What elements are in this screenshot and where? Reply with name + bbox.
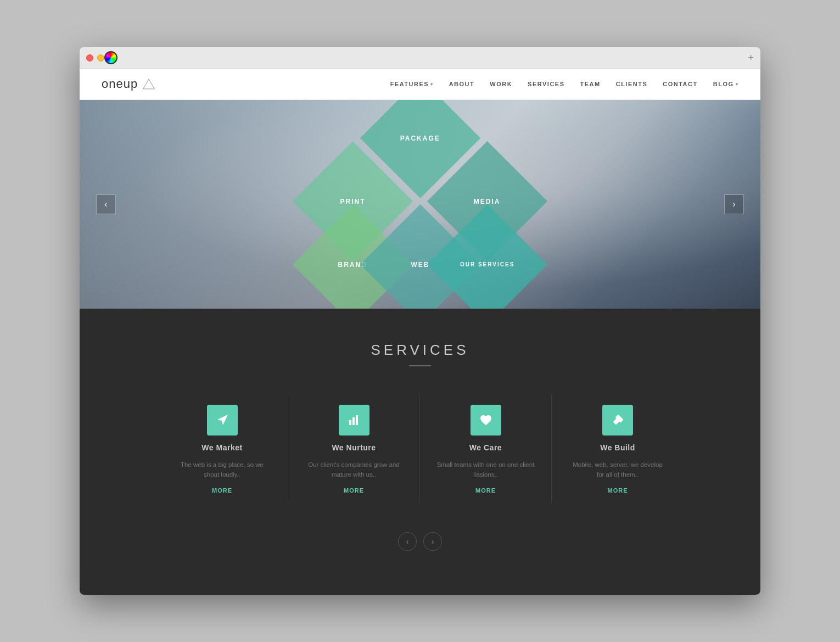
market-name: We Market (201, 443, 242, 452)
slider-prev-button[interactable]: ‹ (96, 194, 116, 214)
svg-rect-3 (356, 415, 358, 425)
build-icon (602, 405, 633, 436)
slider-next-button[interactable]: › (724, 194, 744, 214)
nurture-icon (339, 405, 369, 436)
build-more-link[interactable]: MORE (608, 487, 628, 494)
nav-clients[interactable]: CLIENTS (616, 81, 648, 87)
services-divider (409, 365, 431, 366)
carousel-prev-button[interactable]: ‹ (398, 532, 417, 551)
service-nurture: We Nurture Our client's companies grow a… (288, 394, 420, 505)
new-tab-button[interactable]: + (748, 52, 754, 64)
diamond-our-services-label: OUR SERVICES (460, 261, 514, 267)
build-name: We Build (600, 443, 635, 452)
service-market: We Market The web is a big place, so we … (156, 394, 288, 505)
carousel-next-button[interactable]: › (423, 532, 442, 551)
logo-text: oneup (102, 77, 138, 91)
diamond-package-label: PACKAGE (400, 134, 440, 142)
diamond-grid: PACKAGE PRINT MEDIA BRAND (277, 100, 563, 293)
nurture-more-link[interactable]: MORE (344, 487, 364, 494)
color-picker-icon[interactable] (104, 51, 117, 64)
svg-marker-0 (143, 79, 155, 89)
svg-rect-1 (349, 420, 351, 425)
market-desc: The web is a big place, so we shout loud… (173, 460, 271, 480)
nav-team[interactable]: TEAM (580, 81, 601, 87)
nav-contact[interactable]: CONTACT (663, 81, 697, 87)
nav-work[interactable]: WORK (490, 81, 512, 87)
build-desc: Mobile, web, server, we develop for all … (568, 460, 667, 480)
care-icon (471, 405, 501, 436)
nurture-name: We Nurture (332, 443, 376, 452)
site-content: oneup FEATURES ▾ ABOUT WORK SERVICES TEA… (80, 69, 760, 595)
chevron-down-icon: ▾ (736, 82, 739, 87)
services-title: SERVICES (102, 342, 738, 359)
nurture-desc: Our client's companies grow and mature w… (305, 460, 403, 480)
carousel-nav: ‹ › (102, 532, 738, 551)
services-section: SERVICES We Market The web is a big plac… (80, 309, 760, 595)
nav-blog[interactable]: BLOG ▾ (713, 81, 738, 87)
minimize-button[interactable] (97, 54, 104, 62)
svg-rect-2 (352, 417, 355, 425)
site-nav: FEATURES ▾ ABOUT WORK SERVICES TEAM CLIE… (390, 81, 738, 87)
care-name: We Care (469, 443, 502, 452)
nav-about[interactable]: ABOUT (449, 81, 475, 87)
services-grid: We Market The web is a big place, so we … (156, 394, 684, 505)
nav-features[interactable]: FEATURES ▾ (390, 81, 434, 87)
browser-titlebar: + (80, 47, 760, 69)
care-desc: Small teams with one on one client liasi… (436, 460, 535, 480)
hero-slider: ‹ › PACKAGE PRINT (80, 100, 760, 309)
market-more-link[interactable]: MORE (212, 487, 232, 494)
logo-triangle-icon (142, 77, 155, 91)
nav-services[interactable]: SERVICES (528, 81, 564, 87)
logo[interactable]: oneup (102, 77, 155, 91)
chevron-down-icon: ▾ (430, 82, 434, 87)
market-icon (207, 405, 238, 436)
browser-window: + oneup FEATURES ▾ ABOUT WORK SERVICES T… (80, 47, 760, 595)
care-more-link[interactable]: MORE (475, 487, 496, 494)
service-build: We Build Mobile, web, server, we develop… (552, 394, 684, 505)
site-header: oneup FEATURES ▾ ABOUT WORK SERVICES TEA… (80, 69, 760, 100)
close-button[interactable] (86, 54, 93, 62)
service-care: We Care Small teams with one on one clie… (420, 394, 552, 505)
